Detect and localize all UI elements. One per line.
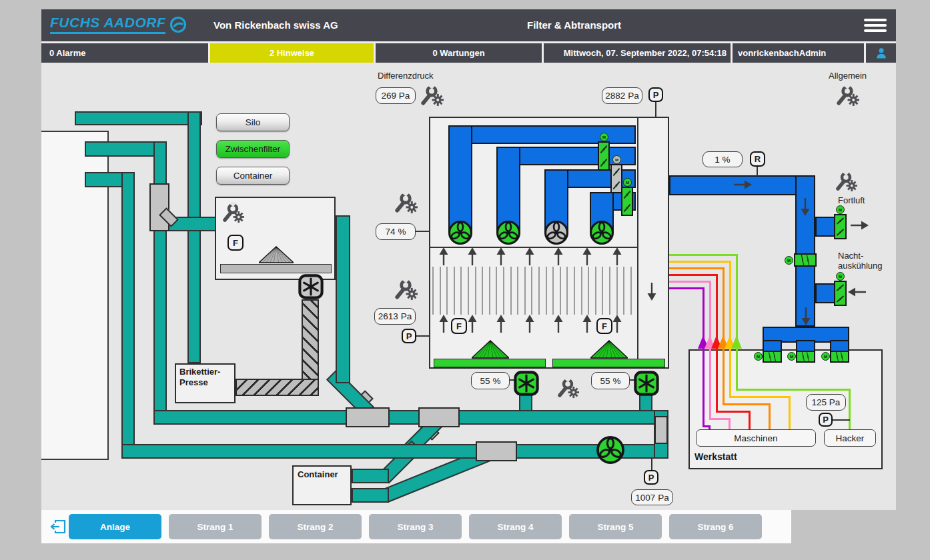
recirculation-value[interactable]: 1 % — [703, 151, 743, 167]
filter-badge: F — [227, 235, 244, 251]
pressure-badge[interactable]: P — [402, 329, 416, 343]
pipe-joint — [123, 173, 133, 186]
hose-segment — [749, 411, 751, 430]
nachtauskuehlung-duct — [815, 283, 836, 303]
pressure-badge[interactable]: P — [819, 413, 833, 427]
service-icon[interactable] — [221, 202, 244, 223]
pipe-joint — [123, 445, 133, 457]
rotary-valve[interactable] — [298, 273, 324, 300]
slide-gate[interactable] — [418, 407, 460, 427]
screw1-speed-value[interactable]: 55 % — [471, 372, 510, 389]
pressure-badge[interactable]: P — [644, 470, 658, 485]
filter-bag-media — [432, 267, 636, 315]
slide-gate[interactable] — [476, 441, 517, 461]
pressure-badge[interactable]: P — [648, 87, 663, 102]
supply-damper[interactable] — [830, 351, 849, 363]
flow-arrow-up — [496, 315, 506, 333]
filter-fan-2[interactable] — [496, 220, 521, 245]
pipe-segment — [336, 215, 350, 383]
exit-icon[interactable] — [49, 518, 67, 535]
app-header: FUCHS AADORF Von Rickenbach swiss AG Fil… — [41, 9, 896, 41]
fan-speed-value[interactable]: 74 % — [376, 223, 416, 240]
flow-arrow-up — [554, 247, 563, 266]
material-pile — [472, 340, 509, 359]
alarms-status[interactable]: 0 Alarme — [41, 43, 208, 63]
motor-indicator: M — [754, 352, 763, 361]
pipe-joint — [189, 113, 199, 124]
rotary-valve[interactable] — [514, 371, 539, 396]
duct-damper[interactable] — [598, 141, 610, 171]
regler-badge[interactable]: R — [750, 151, 765, 167]
vibration-floor — [434, 359, 546, 367]
menu-icon[interactable] — [864, 19, 887, 32]
slide-gate[interactable] — [654, 416, 668, 444]
vibration-floor — [552, 359, 665, 367]
hose-flow-arrow — [731, 335, 742, 349]
hose-segment — [729, 261, 731, 398]
hose-segment — [769, 403, 771, 430]
nav-strang-1[interactable]: Strang 1 — [169, 514, 262, 539]
connector-line — [416, 231, 429, 232]
hose-segment — [729, 418, 731, 430]
duct-damper[interactable] — [621, 187, 633, 216]
supply-damper[interactable] — [796, 351, 815, 363]
container-button[interactable]: Container — [216, 167, 290, 185]
hose-segment — [669, 281, 711, 283]
connector-line — [651, 459, 652, 471]
duct-joint — [450, 127, 471, 145]
pipe-joint — [337, 217, 348, 229]
pipe-segment — [121, 172, 135, 459]
connector-line — [416, 335, 429, 337]
notes-status[interactable]: 2 Hinweise — [210, 43, 374, 63]
supply-damper[interactable] — [763, 351, 782, 363]
flow-arrow-left — [848, 287, 867, 297]
pipe-main-line-2 — [121, 444, 668, 459]
service-icon[interactable] — [835, 171, 857, 192]
user-menu[interactable] — [866, 43, 896, 63]
filter-fan-4[interactable] — [589, 220, 614, 245]
nachtauskuehlung-damper[interactable] — [834, 281, 847, 306]
bag-dp-value[interactable]: 2613 Pa — [374, 308, 416, 325]
service-icon[interactable] — [556, 377, 579, 399]
filter-fan-3[interactable] — [544, 220, 569, 245]
filter-fan-1[interactable] — [448, 220, 473, 245]
zwischenfilter-button[interactable]: Zwischenfilter — [216, 140, 290, 158]
pipe-main-line-1 — [153, 410, 668, 425]
flow-arrow-down — [647, 282, 656, 301]
pipe-joint — [155, 411, 165, 423]
maschinen-button[interactable]: Maschinen — [696, 429, 816, 447]
service-icon[interactable] — [835, 84, 859, 107]
system-dp-value[interactable]: 2882 Pa — [602, 87, 642, 104]
rotary-valve[interactable] — [634, 371, 659, 396]
nav-strang-2[interactable]: Strang 2 — [269, 514, 362, 539]
hose-segment — [703, 287, 705, 427]
flow-arrow-right — [850, 221, 869, 230]
service-icon[interactable] — [394, 278, 418, 301]
silo-button[interactable]: Silo — [216, 113, 290, 131]
motor-indicator: M — [623, 178, 632, 187]
nav-strang-4[interactable]: Strang 4 — [469, 514, 562, 539]
transport-dp-value[interactable]: 1007 Pa — [631, 489, 673, 505]
fortluft-damper[interactable] — [834, 214, 847, 239]
motor-indicator: M — [600, 133, 608, 141]
service-icon[interactable] — [420, 84, 444, 107]
hacker-button[interactable]: Hacker — [824, 429, 876, 447]
nav-anlage[interactable]: Anlage — [69, 514, 161, 539]
transport-fan[interactable] — [596, 435, 625, 465]
logo: FUCHS AADORF — [50, 15, 187, 34]
maintenance-status[interactable]: 0 Wartungen — [376, 43, 542, 63]
hose-segment — [849, 389, 851, 430]
nav-strang-3[interactable]: Strang 3 — [369, 514, 462, 539]
nav-strang-6[interactable]: Strang 6 — [669, 514, 762, 539]
werkstatt-dp-value[interactable]: 125 Pa — [806, 394, 846, 411]
hose-segment — [723, 403, 771, 405]
flow-arrow-up — [554, 315, 563, 333]
inline-damper[interactable] — [794, 253, 817, 267]
allgemein-label: Allgemein — [829, 71, 867, 81]
nav-strang-5[interactable]: Strang 5 — [569, 514, 662, 539]
filter-dp-value[interactable]: 269 Pa — [376, 87, 416, 104]
slide-gate[interactable] — [346, 407, 390, 427]
hose-segment — [669, 261, 731, 263]
service-icon[interactable] — [394, 191, 418, 214]
screw2-speed-value[interactable]: 55 % — [591, 372, 630, 389]
